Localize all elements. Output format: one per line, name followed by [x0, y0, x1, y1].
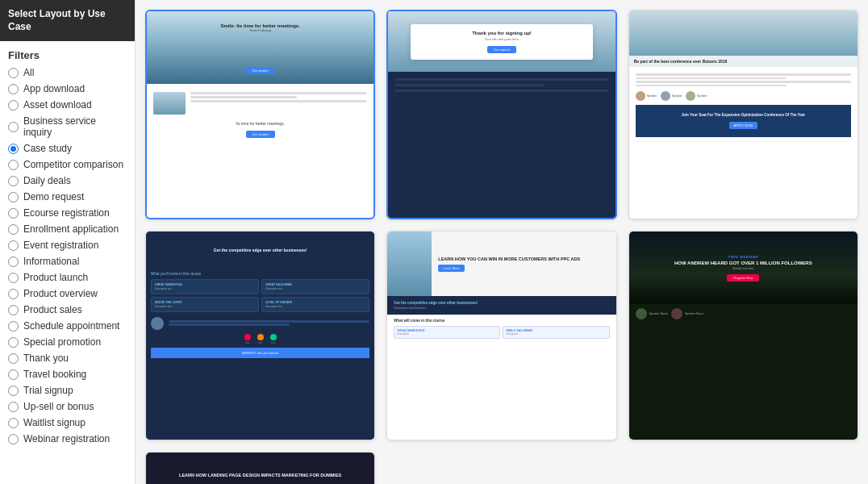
filter-label-special-promotion: Special promotion — [23, 336, 101, 348]
card5-blue-section: Get the competitive edge over other busi… — [387, 296, 616, 315]
card4-hero: Get the competitive edge over other busi… — [146, 232, 374, 268]
filter-item-ecourse-registration[interactable]: Ecourse registration — [0, 205, 135, 221]
filter-item-trial-signup[interactable]: Trial signup — [0, 382, 135, 398]
card1-subtitle: Team Followup — [220, 28, 299, 32]
layout-card-3[interactable]: Be part of the best conference ever Bota… — [628, 10, 858, 219]
filter-item-product-overview[interactable]: Product overview — [0, 286, 135, 302]
filter-item-special-promotion[interactable]: Special promotion — [0, 334, 135, 350]
card6-speaker2: Speaker Name — [671, 308, 703, 319]
filter-item-product-sales[interactable]: Product sales — [0, 302, 135, 318]
card4-box3-text: Description text — [155, 305, 255, 308]
radio-all — [8, 68, 19, 78]
filter-label-ecourse-registration: Ecourse registration — [23, 207, 110, 219]
card2-modal-text: Your info text goes here — [420, 37, 582, 41]
filter-item-thank-you[interactable]: Thank you — [0, 350, 135, 366]
card4-section-title: What you'll come in this course — [151, 272, 369, 276]
filter-label-event-registration: Event registration — [23, 240, 98, 251]
card3-speakers: Speaker Speaker Speaker — [636, 91, 851, 101]
filter-item-all[interactable]: All — [0, 65, 135, 81]
card4-icon2: icon — [257, 334, 264, 344]
card5-what-section: What will come in this course GREAT MARK… — [387, 315, 616, 343]
card4-box1-title: GREAT MARKETING — [155, 283, 255, 286]
layout-card-6[interactable]: FREE WEBINAR HOW ANDREW HEARD GOT OVER 1… — [628, 231, 858, 440]
card5-hero-img — [387, 232, 432, 296]
card1-line1 — [190, 92, 367, 94]
card3-cta-text: Join Your Seat For The Expansion Optimiz… — [682, 113, 806, 117]
filter-item-business-service-inquiry[interactable]: Business service inquiry — [0, 113, 135, 140]
radio-enrollment-application — [8, 224, 19, 235]
card6-speakers: Speaker Name Speaker Name — [636, 308, 851, 319]
card4-icon3-circle — [270, 334, 277, 340]
card6-speaker2-avatar — [671, 308, 682, 319]
card6-speaker1-text: Speaker Name — [649, 312, 668, 315]
filter-item-case-study[interactable]: Case study — [0, 140, 135, 156]
card5-module2: PABLO SALESMAN description — [503, 326, 609, 339]
filter-item-competitor-comparison[interactable]: Competitor comparison — [0, 156, 135, 173]
filter-item-app-download[interactable]: App download — [0, 81, 135, 97]
layout-card-4[interactable]: Get the competitive edge over other busi… — [145, 231, 375, 440]
layout-card-2[interactable]: Thank you for signing up! Your info text… — [386, 10, 616, 219]
radio-informational — [8, 257, 19, 267]
card6-register-btn: Register Now — [727, 274, 759, 282]
radio-demo-request — [8, 192, 19, 202]
filter-item-schedule-appointment[interactable]: Schedule appointment — [0, 318, 135, 334]
card1-cta-text: Its time for better meetings. — [153, 121, 367, 126]
layout-card-1[interactable]: Smile: Its time for better meetings. Tea… — [145, 10, 375, 219]
radio-competitor-comparison — [8, 160, 19, 170]
card4-box3: ABOVE THE CURVE Description text — [151, 297, 259, 312]
filter-label-trial-signup: Trial signup — [23, 385, 73, 396]
card4-box4-title: LEVEL UP HARDER — [265, 301, 365, 304]
card5-module1: GREAT MARKETING description — [394, 326, 500, 339]
filter-label-informational: Informational — [23, 256, 79, 267]
card6-tag: FREE WEBINAR — [728, 255, 758, 259]
card3-line2 — [636, 77, 787, 80]
layout-card-5[interactable]: LEARN HOW YOU CAN WIN IN MORE CUSTOMERS … — [386, 231, 616, 440]
filter-item-webinar-registration[interactable]: Webinar registration — [0, 431, 135, 447]
filter-item-travel-booking[interactable]: Travel booking — [0, 366, 135, 382]
card4-profile-avatar — [151, 317, 164, 330]
sidebar: Select Layout by Use Case Filters AllApp… — [0, 0, 136, 484]
filter-item-product-launch[interactable]: Product launch — [0, 269, 135, 286]
filters-label: Filters — [0, 41, 135, 65]
radio-ecourse-registration — [8, 208, 19, 219]
radio-travel-booking — [8, 369, 19, 380]
card4-icon3: icon — [270, 334, 277, 344]
filter-item-informational[interactable]: Informational — [0, 253, 135, 269]
card6-speaker1-avatar — [636, 308, 647, 319]
filter-label-product-overview: Product overview — [23, 288, 98, 299]
sidebar-header: Select Layout by Use Case — [0, 0, 135, 41]
card4-icon1: icon — [244, 334, 251, 344]
filter-item-waitlist-signup[interactable]: Waitlist signup — [0, 415, 135, 431]
card4-cta-text: BENEFIT: lets get started — [157, 351, 363, 355]
card5-what-title: What will come in this course — [394, 319, 609, 323]
layout-card-7[interactable]: LEARN HOW LANDING PAGE DESIGN IMPACTS MA… — [145, 452, 375, 484]
filter-label-product-launch: Product launch — [23, 272, 88, 283]
card6-hero: FREE WEBINAR HOW ANDREW HEARD GOT OVER 1… — [629, 232, 858, 304]
card4-profile-line1 — [169, 320, 369, 323]
card4-profile-line2 — [169, 323, 290, 326]
filter-item-demo-request[interactable]: Demo request — [0, 189, 135, 205]
radio-webinar-registration — [8, 434, 19, 444]
card5-hero: LEARN HOW YOU CAN WIN IN MORE CUSTOMERS … — [387, 232, 616, 296]
card3-line3 — [636, 81, 851, 83]
card3-speaker2-text: Speaker — [672, 94, 682, 98]
filter-item-enrollment-application[interactable]: Enrollment application — [0, 221, 135, 237]
card1-line2 — [190, 96, 297, 98]
card4-title: Get the competitive edge over other busi… — [207, 248, 314, 252]
card6-subtitle: Subtitle text here — [732, 267, 753, 270]
card3-speaker3-avatar — [686, 91, 695, 101]
card2-line2 — [394, 84, 545, 86]
card6-body: Speaker Name Speaker Name — [629, 304, 858, 440]
filter-item-asset-download[interactable]: Asset download — [0, 97, 135, 113]
card5-title: LEARN HOW YOU CAN WIN IN MORE CUSTOMERS … — [438, 257, 609, 261]
card3-speaker2-avatar — [661, 91, 670, 101]
card2-modal: Thank you for signing up! Your info text… — [411, 24, 592, 60]
filter-item-daily-deals[interactable]: Daily deals — [0, 173, 135, 189]
filter-label-webinar-registration: Webinar registration — [23, 433, 110, 444]
filter-item-event-registration[interactable]: Event registration — [0, 237, 135, 253]
filter-item-up-sell-bonus[interactable]: Up-sell or bonus — [0, 398, 135, 415]
filter-label-asset-download: Asset download — [23, 99, 92, 111]
radio-app-download — [8, 84, 19, 94]
radio-product-launch — [8, 273, 19, 283]
radio-trial-signup — [8, 386, 19, 396]
